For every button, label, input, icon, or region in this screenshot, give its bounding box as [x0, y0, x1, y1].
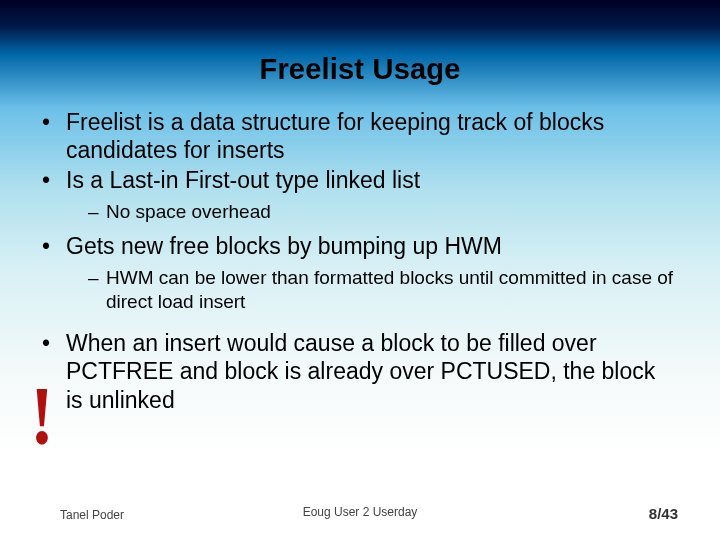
bullet-text: Is a Last-in First-out type linked list — [66, 167, 420, 193]
bullet-item: When an insert would cause a block to be… — [42, 329, 678, 413]
footer-author: Tanel Poder — [60, 508, 124, 522]
slide-body: Freelist is a data structure for keeping… — [0, 86, 720, 414]
bullet-item: Freelist is a data structure for keeping… — [42, 108, 678, 164]
slide-title: Freelist Usage — [0, 0, 720, 86]
footer-event: Eoug User 2 Userday — [303, 505, 418, 519]
footer-page-number: 8/43 — [649, 505, 678, 522]
slide-footer: Tanel Poder Eoug User 2 Userday 8/43 — [0, 505, 720, 522]
bullet-item: Gets new free blocks by bumping up HWM H… — [42, 232, 678, 314]
attention-icon: ! — [30, 391, 54, 441]
bullet-item: Is a Last-in First-out type linked list … — [42, 166, 678, 224]
sub-bullet-item: No space overhead — [66, 200, 678, 224]
sub-bullet-item: HWM can be lower than formatted blocks u… — [66, 266, 678, 314]
bullet-text: Gets new free blocks by bumping up HWM — [66, 233, 502, 259]
